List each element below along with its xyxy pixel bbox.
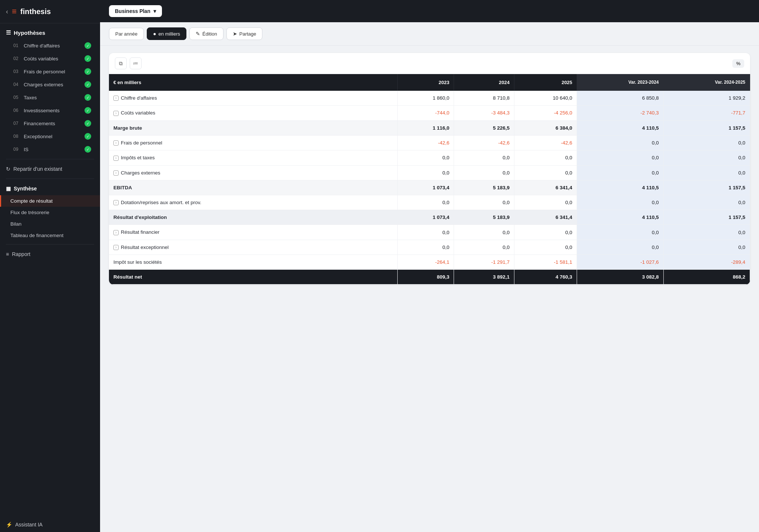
business-plan-label: Business Plan [115, 8, 150, 14]
cell-2023: 1 860,0 [397, 91, 454, 106]
item-number: 07 [13, 121, 21, 126]
cell-2025: -42,6 [514, 135, 577, 150]
sidebar-item-is[interactable]: 09 IS ✓ [3, 143, 97, 156]
sidebar-item-exceptionnel[interactable]: 08 Exceptionnel ✓ [3, 130, 97, 143]
check-icon: ✓ [84, 55, 91, 62]
row-label: ›Impôts et taxes [109, 150, 397, 165]
expand-icon[interactable]: › [113, 140, 119, 146]
table-row: ›Dotation/reprises aux amort. et prov.0,… [109, 195, 750, 210]
cell-2023: 1 073,4 [397, 210, 454, 225]
assistant-label: Assistant IA [15, 522, 43, 528]
check-icon: ✓ [84, 133, 91, 140]
sort-icon-button[interactable]: ≔ [130, 57, 142, 69]
sidebar-item-financements[interactable]: 07 Financements ✓ [3, 117, 97, 130]
item-label: Investissements [24, 108, 60, 113]
rapport-link[interactable]: ≡ Rapport [0, 247, 100, 261]
cell-var2324: 0,0 [577, 135, 663, 150]
divider-1 [6, 159, 94, 159]
item-left: 09 IS [13, 147, 29, 152]
copy-icon: ⧉ [119, 60, 123, 67]
sidebar-item-taxes[interactable]: 05 Taxes ✓ [3, 91, 97, 104]
cell-2023: 0,0 [397, 195, 454, 210]
item-left: 06 Investissements [13, 108, 60, 113]
hypotheses-items: 01 Chiffre d'affaires ✓ 02 Coûts variabl… [0, 39, 100, 156]
cell-2023: 1 116,0 [397, 120, 454, 135]
table-row: Résultat d'exploitation1 073,45 183,96 3… [109, 210, 750, 225]
cell-2025: 6 341,4 [514, 180, 577, 195]
expand-icon[interactable]: › [113, 111, 119, 116]
expand-icon[interactable]: › [113, 200, 119, 205]
row-label: Marge brute [109, 120, 397, 135]
cell-2025: 0,0 [514, 225, 577, 240]
assistant-link[interactable]: ⚡ Assistant IA [0, 517, 100, 532]
synthese-item-bilan[interactable]: Bilan [0, 218, 100, 230]
repartir-link[interactable]: ↻ Repartir d'un existant [0, 162, 100, 176]
col-2024: 2024 [454, 74, 514, 91]
expand-icon[interactable]: › [113, 230, 119, 235]
table-row: Marge brute1 116,05 226,56 384,04 110,51… [109, 120, 750, 135]
hypotheses-label: Hypothèses [14, 30, 45, 36]
sidebar-item-charges-externes[interactable]: 04 Charges externes ✓ [3, 78, 97, 91]
cell-var2324: 4 110,5 [577, 120, 663, 135]
logo-text: finthesis [20, 7, 51, 16]
item-number: 01 [13, 43, 21, 48]
edition-button[interactable]: ✎ Édition [189, 27, 223, 40]
synthese-item-compte-de-résultat[interactable]: Compte de résultat [0, 195, 100, 207]
cell-var2324: -2 740,3 [577, 106, 663, 120]
item-label: Coûts variables [24, 56, 58, 61]
hypotheses-section[interactable]: ☰ Hypothèses [0, 23, 100, 39]
cell-2025: 0,0 [514, 240, 577, 255]
cell-2023: -42,6 [397, 135, 454, 150]
table-row: Impôt sur les sociétés-264,1-1 291,7-1 5… [109, 255, 750, 270]
item-label: Charges externes [24, 82, 63, 87]
cell-2025: 10 640,0 [514, 91, 577, 106]
sidebar-item-frais-de-personnel[interactable]: 03 Frais de personnel ✓ [3, 65, 97, 78]
synthese-item-tableau-de-financement[interactable]: Tableau de financement [0, 230, 100, 241]
item-label: Exceptionnel [24, 134, 52, 139]
expand-icon[interactable]: › [113, 245, 119, 250]
cell-var2425: 868,2 [663, 270, 750, 285]
item-number: 05 [13, 95, 21, 100]
data-table: € en milliers 2023 2024 2025 Var. 2023-2… [109, 74, 750, 285]
item-left: 03 Frais de personnel [13, 69, 65, 74]
en-milliers-button[interactable]: ● en milliers [147, 27, 186, 40]
table-toolbar-left: ⧉ ≔ [115, 57, 142, 69]
expand-icon[interactable]: › [113, 170, 119, 176]
cell-2025: -4 256,0 [514, 106, 577, 120]
partage-icon: ➤ [233, 31, 237, 37]
business-plan-button[interactable]: Business Plan ▾ [109, 5, 162, 17]
item-left: 01 Chiffre d'affaires [13, 43, 60, 49]
percent-button[interactable]: % [732, 59, 744, 68]
sidebar-item-investissements[interactable]: 06 Investissements ✓ [3, 104, 97, 117]
row-label: Impôt sur les sociétés [109, 255, 397, 270]
synthese-title: ▦ Synthèse [0, 182, 100, 195]
row-label: ›Résultat financier [109, 225, 397, 240]
cell-var2425: 1 157,5 [663, 120, 750, 135]
back-button[interactable]: ‹ [6, 8, 8, 16]
sidebar-item-chiffre-d'affaires[interactable]: 01 Chiffre d'affaires ✓ [3, 39, 97, 52]
cell-var2425: 1 157,5 [663, 180, 750, 195]
cell-2023: 0,0 [397, 240, 454, 255]
copy-icon-button[interactable]: ⧉ [115, 57, 127, 69]
cell-2025: 0,0 [514, 195, 577, 210]
cell-2024: -1 291,7 [454, 255, 514, 270]
par-annee-button[interactable]: Par année [109, 28, 144, 40]
chevron-down-icon: ▾ [153, 8, 156, 14]
sidebar-item-coûts-variables[interactable]: 02 Coûts variables ✓ [3, 52, 97, 65]
check-icon: ✓ [84, 68, 91, 75]
expand-icon[interactable]: › [113, 96, 119, 101]
row-label: ›Dotation/reprises aux amort. et prov. [109, 195, 397, 210]
cell-2023: -744,0 [397, 106, 454, 120]
synthese-item-flux-de-trésorerie[interactable]: Flux de trésorerie [0, 207, 100, 218]
item-number: 06 [13, 108, 21, 113]
repartir-icon: ↻ [6, 166, 10, 172]
cell-2024: 0,0 [454, 195, 514, 210]
check-icon: ✓ [84, 81, 91, 88]
table-toolbar: ⧉ ≔ % [109, 53, 750, 74]
col-var2324: Var. 2023-2024 [577, 74, 663, 91]
cell-var2324: 6 850,8 [577, 91, 663, 106]
cell-var2324: 0,0 [577, 225, 663, 240]
expand-icon[interactable]: › [113, 156, 119, 161]
partage-button[interactable]: ➤ Partage [226, 27, 263, 40]
cell-2025: 4 760,3 [514, 270, 577, 285]
